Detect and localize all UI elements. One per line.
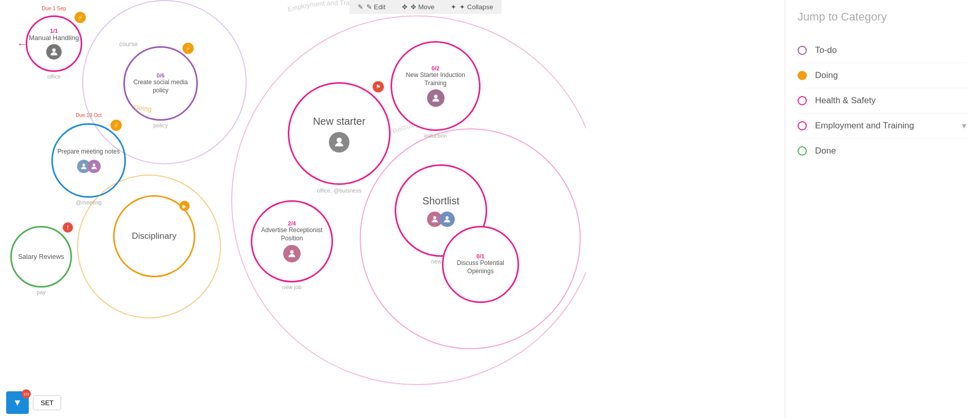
svg-point-8 bbox=[337, 138, 342, 143]
create-social-node[interactable]: ⚡ 0/6 Create social media policy policy bbox=[123, 46, 198, 121]
due-date: Due 1 Sep bbox=[42, 6, 66, 11]
svg-point-6 bbox=[82, 164, 85, 166]
svg-point-10 bbox=[434, 94, 437, 98]
employment-label: Employment and Training bbox=[815, 121, 960, 131]
doing-label: Doing bbox=[815, 70, 968, 81]
sidebar-item-employment[interactable]: Employment and Training ▼ bbox=[798, 113, 968, 139]
svg-point-11 bbox=[433, 216, 436, 219]
canvas: Employment and Training Recruitment To-d… bbox=[0, 0, 586, 418]
sidebar-item-doing[interactable]: Doing bbox=[798, 63, 968, 88]
sidebar: Jump to Category To-do Doing Health & Sa… bbox=[785, 0, 980, 418]
filter-count: 1/3 bbox=[22, 389, 31, 398]
discuss-node[interactable]: 0/1 Discuss Potential Openings bbox=[442, 226, 519, 303]
svg-point-7 bbox=[93, 164, 95, 166]
todo-dot bbox=[798, 46, 807, 55]
manual-handling-node[interactable]: ⚡ Due 1 Sep 1/1 Manual Handling office ← bbox=[26, 15, 82, 72]
filterbar: ▼ 1/3 SET bbox=[0, 387, 67, 418]
sidebar-item-todo[interactable]: To-do bbox=[798, 38, 968, 63]
new-starter-node[interactable]: ⚑ New starter office, @buisness bbox=[288, 82, 391, 185]
disciplinary-node[interactable]: ▶ Disciplinary bbox=[113, 195, 195, 277]
svg-point-9 bbox=[290, 250, 294, 254]
health-dot bbox=[798, 96, 807, 105]
health-label: Health & Safety bbox=[815, 96, 968, 106]
advertise-node[interactable]: 2/4 Advertise Receptionist Position new … bbox=[251, 200, 333, 282]
sidebar-item-done[interactable]: Done bbox=[798, 139, 968, 163]
doing-dot bbox=[798, 71, 807, 80]
chevron-down-icon: ▼ bbox=[960, 122, 968, 130]
done-label: Done bbox=[815, 146, 968, 156]
done-dot bbox=[798, 146, 807, 156]
toolbar: ✎ ✎ Edit ✥ ✥ Move ✦ ✦ Collapse bbox=[349, 0, 502, 14]
todo-label: To-do bbox=[815, 45, 968, 55]
set-button[interactable]: SET bbox=[33, 395, 61, 410]
collapse-button[interactable]: ✦ ✦ Collapse bbox=[442, 0, 501, 14]
edit-button[interactable]: ✎ ✎ Edit bbox=[349, 0, 394, 14]
salary-reviews-node[interactable]: ! Salary Reviews pay bbox=[10, 226, 72, 288]
sidebar-title: Jump to Category bbox=[798, 10, 968, 24]
move-button[interactable]: ✥ ✥ Move bbox=[394, 0, 442, 14]
induction-node[interactable]: 0/2 New Starter Induction Training induc… bbox=[391, 41, 480, 131]
svg-point-5 bbox=[52, 49, 56, 52]
svg-point-12 bbox=[446, 216, 449, 219]
sidebar-item-health[interactable]: Health & Safety bbox=[798, 88, 968, 113]
employment-dot bbox=[798, 121, 807, 130]
